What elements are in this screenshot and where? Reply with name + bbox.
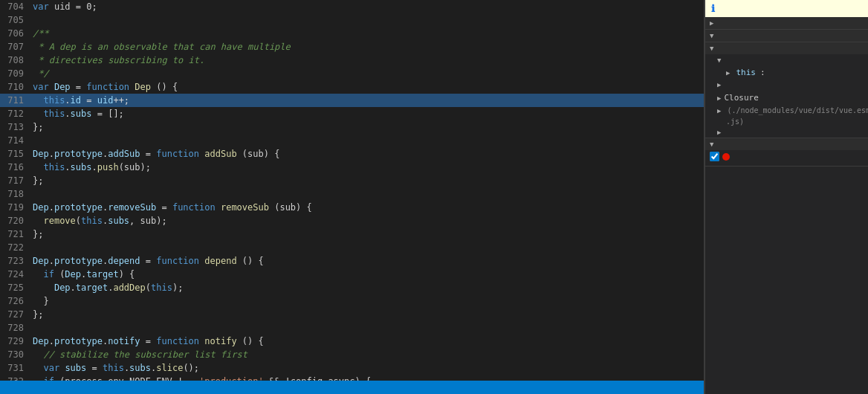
bp-dot-1 [722, 153, 730, 161]
line-content: this.id = uid++; [30, 94, 129, 107]
breakpoints-triangle [710, 141, 713, 148]
line-number: 721 [0, 227, 30, 241]
code-line: 710var Dep = function Dep () { [0, 80, 704, 94]
code-line: 704var uid = 0; [0, 0, 704, 13]
line-content: if (Dep.target) { [30, 268, 135, 281]
scope-colon: : [760, 68, 765, 77]
node-modules-item[interactable]: (./node_modules/vue/dist/vue.esm [705, 105, 868, 116]
line-content [30, 321, 33, 335]
closure-header[interactable] [705, 79, 868, 91]
code-line: 716 this.subs.push(sub); [0, 161, 704, 174]
line-number: 704 [0, 0, 30, 13]
line-content: // stabilize the subscriber list first [30, 348, 247, 361]
line-number: 728 [0, 321, 30, 335]
line-content: * A dep is an observable that can have m… [30, 40, 291, 54]
closure2-label: Closure [724, 93, 758, 103]
global-item[interactable] [705, 127, 868, 138]
global-triangle [717, 129, 721, 136]
line-content: Dep.target.addDep(this); [30, 281, 183, 294]
code-line: 728 [0, 321, 704, 335]
line-number: 724 [0, 268, 30, 281]
line-content: this.subs.push(sub); [30, 161, 151, 174]
breakpoint-item-1[interactable] [705, 150, 868, 163]
line-number: 716 [0, 161, 30, 174]
line-content: }; [30, 227, 43, 241]
breakpoints-header[interactable] [705, 138, 868, 150]
breakpoint-item-2 [705, 163, 868, 166]
code-line: 727}; [0, 308, 704, 321]
this-label: this [736, 68, 756, 77]
bp-checkbox-1[interactable] [710, 152, 719, 161]
code-line: 718 [0, 187, 704, 201]
line-number: 719 [0, 201, 30, 214]
closure2-header[interactable]: Closure [705, 91, 868, 105]
this-scope-item[interactable]: this : [705, 66, 868, 79]
code-line: 714 [0, 134, 704, 147]
line-content [30, 187, 33, 201]
line-content: * directives subscribing to it. [30, 54, 204, 67]
code-line: 721}; [0, 227, 704, 241]
callstack-triangle [710, 32, 713, 39]
line-number: 709 [0, 67, 30, 80]
line-content: /** [30, 27, 49, 40]
line-number: 712 [0, 107, 30, 120]
code-line: 720 remove(this.subs, sub); [0, 214, 704, 227]
line-number: 723 [0, 254, 30, 268]
watch-section-header[interactable] [705, 17, 868, 29]
line-content [30, 134, 33, 147]
node-modules-triangle [717, 107, 721, 114]
line-number: 710 [0, 80, 30, 94]
line-number: 708 [0, 54, 30, 67]
debugger-header: ℹ [705, 0, 868, 17]
callstack-header[interactable] [705, 30, 868, 42]
watch-triangle [710, 19, 713, 27]
local-triangle [717, 56, 721, 64]
local-header[interactable] [705, 54, 868, 66]
code-line: 729Dep.prototype.notify = function notif… [0, 335, 704, 348]
node-modules-sub-label: .js) [726, 117, 744, 126]
line-number: 730 [0, 348, 30, 361]
code-line: 706/** [0, 27, 704, 40]
code-line: 719Dep.prototype.removeSub = function re… [0, 201, 704, 214]
line-number: 713 [0, 120, 30, 134]
code-lines[interactable]: 704var uid = 0;705706/**707 * A dep is a… [0, 0, 704, 394]
line-content: }; [30, 174, 43, 187]
code-line: 707 * A dep is an observable that can ha… [0, 40, 704, 54]
line-content: */ [30, 67, 49, 80]
scope-content: this : Closure (./node_modules/vue/dist/… [705, 54, 868, 138]
line-content: }; [30, 308, 43, 321]
code-panel: 704var uid = 0;705706/**707 * A dep is a… [0, 0, 705, 394]
closure-triangle [717, 81, 721, 88]
code-line: 726 } [0, 294, 704, 308]
line-number: 717 [0, 174, 30, 187]
code-line: 715Dep.prototype.addSub = function addSu… [0, 147, 704, 161]
line-number: 727 [0, 308, 30, 321]
line-number: 706 [0, 27, 30, 40]
this-triangle [726, 69, 730, 77]
debugger-panel: ℹ this [705, 0, 868, 394]
scope-header[interactable] [705, 42, 868, 54]
callstack-section [705, 30, 868, 42]
line-content: Dep.prototype.removeSub = function remov… [30, 201, 312, 214]
line-number: 720 [0, 214, 30, 227]
line-content: this.subs = []; [30, 107, 124, 120]
code-line: 724 if (Dep.target) { [0, 268, 704, 281]
line-content: } [30, 294, 49, 308]
line-number: 731 [0, 361, 30, 375]
code-line: 722 [0, 241, 704, 254]
line-content: Dep.prototype.addSub = function addSub (… [30, 147, 279, 161]
scope-triangle [710, 45, 713, 52]
node-modules-label: (./node_modules/vue/dist/vue.esm [727, 106, 868, 114]
line-number: 715 [0, 147, 30, 161]
closure2-triangle [717, 94, 721, 102]
code-line: 708 * directives subscribing to it. [0, 54, 704, 67]
code-line: 731 var subs = this.subs.slice(); [0, 361, 704, 375]
code-line: 709 */ [0, 67, 704, 80]
line-content: Dep.prototype.notify = function notify (… [30, 335, 264, 348]
debug-icon: ℹ [711, 3, 715, 14]
line-content: }; [30, 120, 43, 134]
status-bar [0, 381, 704, 394]
line-number: 705 [0, 13, 30, 27]
breakpoints-section [705, 138, 868, 167]
line-number: 722 [0, 241, 30, 254]
